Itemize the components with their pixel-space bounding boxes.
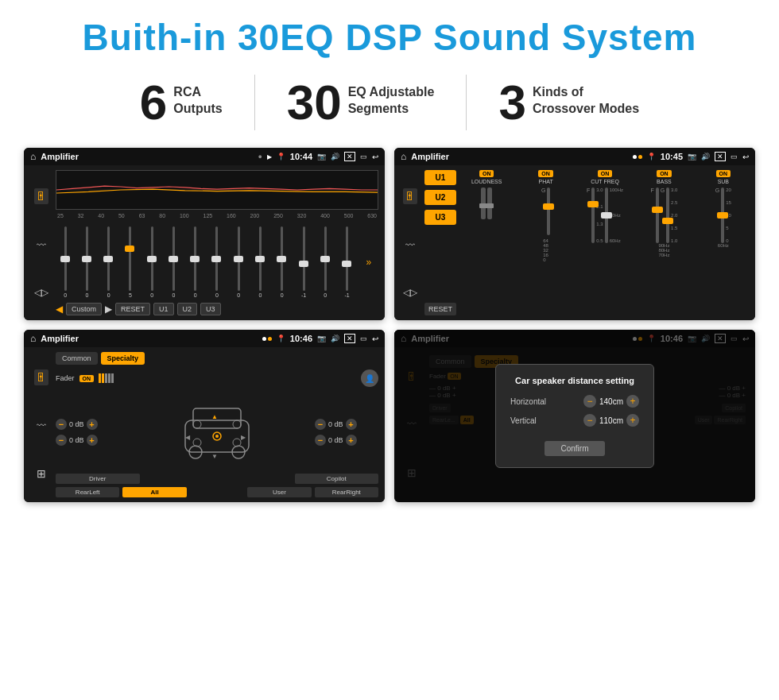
right-bot-minus[interactable]: − xyxy=(315,435,326,446)
eq-track-8[interactable] xyxy=(238,226,240,291)
rearleft-btn[interactable]: RearLeft xyxy=(56,487,119,497)
eq-u2-btn[interactable]: U2 xyxy=(177,303,198,315)
cross-cutfreq-label: CUT FREQ xyxy=(591,179,619,184)
speaker-eq-icon[interactable]: 🎚 xyxy=(34,369,48,385)
eq-track-12[interactable] xyxy=(324,226,327,291)
cross-loudness-on[interactable]: ON xyxy=(479,170,494,177)
eq-dot2: ▶ xyxy=(267,153,272,160)
speaker-x-icon: ✕ xyxy=(344,334,355,343)
eq-track-13[interactable] xyxy=(346,226,348,291)
cross-u3-btn[interactable]: U3 xyxy=(424,210,456,225)
speaker-main: 🎚 〰 ⊞ Common Specialty Fader ON xyxy=(24,347,385,502)
stat-number-rca: 6 xyxy=(140,78,167,127)
eq-track-1[interactable] xyxy=(86,226,88,291)
eq-wave-icon[interactable]: 〰 xyxy=(37,240,46,251)
cross-sub-track[interactable] xyxy=(721,188,724,243)
horizontal-plus-btn[interactable]: + xyxy=(626,395,639,408)
all-btn[interactable]: All xyxy=(122,487,186,497)
freq-630: 630 xyxy=(367,213,377,219)
eq-track-6[interactable] xyxy=(194,226,196,291)
eq-icon-active[interactable]: 🎚 xyxy=(34,188,48,204)
cross-bass-track2[interactable] xyxy=(666,188,669,243)
freq-125: 125 xyxy=(203,213,212,219)
eq-track-3[interactable] xyxy=(129,226,131,291)
left-bot-minus[interactable]: − xyxy=(56,435,67,446)
eq-track-2[interactable] xyxy=(107,226,110,291)
cross-phat-on[interactable]: ON xyxy=(538,170,553,177)
cross-wave-icon[interactable]: 〰 xyxy=(405,240,415,251)
dialog-overlay: Car speaker distance setting Horizontal … xyxy=(394,330,755,502)
specialty-tab[interactable]: Specialty xyxy=(101,352,145,365)
right-top-minus[interactable]: − xyxy=(315,419,326,430)
cross-bass-on[interactable]: ON xyxy=(657,170,672,177)
eq-track-10[interactable] xyxy=(281,226,283,291)
cross-eq-icon[interactable]: 🎚 xyxy=(403,188,417,204)
eq-val-9: 0 xyxy=(259,292,262,298)
eq-slider-11: -1 xyxy=(294,226,313,298)
confirm-btn[interactable]: Confirm xyxy=(545,441,604,456)
eq-slider-2: 0 xyxy=(99,226,118,298)
left-bot-plus[interactable]: + xyxy=(87,435,98,446)
vertical-minus-btn[interactable]: − xyxy=(583,414,596,427)
cross-bass-track1[interactable] xyxy=(656,188,659,243)
speaker-wave-icon[interactable]: 〰 xyxy=(37,420,46,431)
fader-on-badge[interactable]: ON xyxy=(79,375,95,382)
eq-custom-btn[interactable]: Custom xyxy=(66,303,102,315)
right-top-plus[interactable]: + xyxy=(346,419,357,430)
right-speaker-controls: − 0 dB + − 0 dB + xyxy=(315,393,378,470)
eq-u3-btn[interactable]: U3 xyxy=(200,303,221,315)
eq-val-10: 0 xyxy=(281,292,284,298)
eq-track-4[interactable] xyxy=(151,226,153,291)
eq-track-9[interactable] xyxy=(259,226,262,291)
right-bot-plus[interactable]: + xyxy=(346,435,357,446)
cross-cutfreq-on[interactable]: ON xyxy=(598,170,613,177)
eq-track-0[interactable] xyxy=(64,226,67,291)
eq-play-btn[interactable]: ▶ xyxy=(105,304,112,315)
eq-u1-btn[interactable]: U1 xyxy=(153,303,174,315)
cross-cutfreq-area: F 3.0 2.1 1.3 0.5 xyxy=(587,188,623,243)
eq-slider-1: 0 xyxy=(77,226,96,298)
eq-prev-arrow[interactable]: ◀ xyxy=(56,304,63,315)
common-tab[interactable]: Common xyxy=(56,352,98,365)
horizontal-row: Horizontal − 140cm + xyxy=(510,395,639,408)
speaker-settings-icon[interactable]: 👤 xyxy=(361,369,378,387)
vertical-plus-btn[interactable]: + xyxy=(626,414,639,427)
eq-val-7: 0 xyxy=(215,292,219,298)
eq-next-arrows[interactable]: » xyxy=(366,257,372,268)
eq-track-5[interactable] xyxy=(172,226,175,291)
svg-text:▲: ▲ xyxy=(211,413,218,420)
speaker-bottom-row-2: RearLeft All User RearRight xyxy=(56,487,378,497)
left-top-plus[interactable]: + xyxy=(87,419,98,430)
eq-track-7[interactable] xyxy=(215,226,218,291)
eq-time: 10:44 xyxy=(290,152,312,161)
cross-sub-hz-labels: 60Hz xyxy=(718,243,729,248)
cross-content: U1 U2 U3 RESET ON LOUDNESS xyxy=(424,170,750,315)
cross-u1-btn[interactable]: U1 xyxy=(424,170,456,185)
left-top-db-val: 0 dB xyxy=(69,420,84,428)
horizontal-minus-btn[interactable]: − xyxy=(583,395,596,408)
freq-250: 250 xyxy=(273,213,283,219)
left-top-minus[interactable]: − xyxy=(56,419,67,430)
cross-sub-on[interactable]: ON xyxy=(716,170,731,177)
eq-track-11[interactable] xyxy=(303,226,305,291)
rearright-btn[interactable]: RearRight xyxy=(315,487,378,497)
speaker-spk-icon[interactable]: ⊞ xyxy=(37,467,46,480)
main-title: Buith-in 30EQ DSP Sound System xyxy=(24,16,755,59)
copilot-btn[interactable]: Copilot xyxy=(295,474,379,484)
eq-speaker-icon[interactable]: ◁▷ xyxy=(34,287,48,298)
eq-window-icon: ▭ xyxy=(360,153,367,160)
cross-u2-btn[interactable]: U2 xyxy=(424,190,456,205)
cross-cutfreq-track2[interactable] xyxy=(605,188,608,243)
cross-cutfreq-track1[interactable] xyxy=(591,188,595,243)
user-btn[interactable]: User xyxy=(247,487,311,497)
eq-reset-btn[interactable]: RESET xyxy=(115,303,150,315)
cross-reset-btn[interactable]: RESET xyxy=(424,303,456,315)
eq-pin-icon: 📍 xyxy=(277,153,285,160)
cross-status-dots xyxy=(633,155,642,159)
speaker-screen-title: Amplifier xyxy=(41,334,258,343)
eq-back-icon: ↩ xyxy=(372,153,378,161)
stat-text-crossover: Kinds ofCrossover Modes xyxy=(533,78,639,118)
driver-btn[interactable]: Driver xyxy=(56,474,140,484)
cross-phat-track[interactable] xyxy=(547,188,550,235)
cross-speaker-icon[interactable]: ◁▷ xyxy=(403,287,417,298)
